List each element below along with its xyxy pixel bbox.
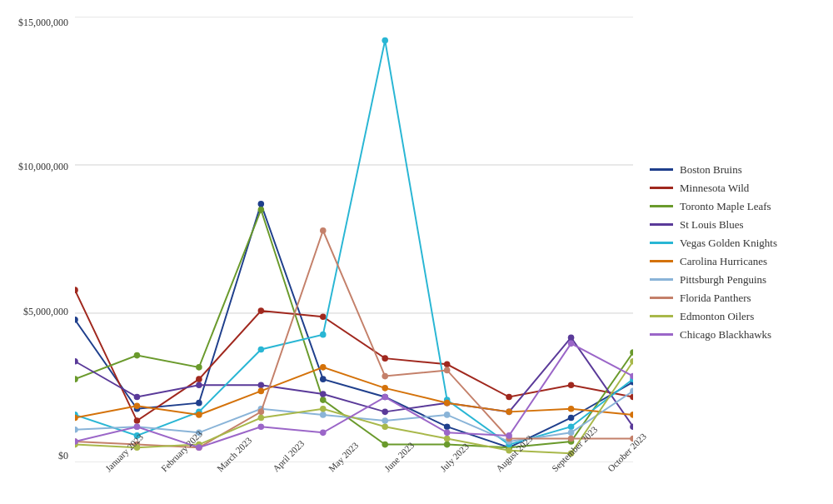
legend-color-swatch <box>650 187 673 189</box>
data-point <box>382 417 388 424</box>
data-point <box>320 227 327 234</box>
x-axis-label: April 2023 <box>271 467 277 473</box>
data-point <box>320 412 327 418</box>
x-label-wrapper: May 2023 <box>298 462 354 477</box>
data-point <box>444 367 451 374</box>
data-point <box>258 409 265 416</box>
data-point <box>134 402 141 409</box>
x-label-wrapper: January 2023 <box>75 462 131 477</box>
data-point <box>196 382 202 388</box>
legend-color-swatch <box>650 223 673 226</box>
data-point <box>196 364 202 371</box>
data-point <box>134 352 141 359</box>
x-label-wrapper: August 2023 <box>466 462 521 477</box>
legend-item: Pittsburgh Penguins <box>650 273 825 287</box>
data-point <box>320 406 327 412</box>
y-label-5m: $5,000,000 <box>23 306 68 318</box>
x-axis-labels: January 2023February 2023March 2023April… <box>75 462 633 487</box>
x-axis-label: June 2023 <box>382 467 389 473</box>
data-point <box>134 394 141 401</box>
legend-item: Florida Panthers <box>650 292 825 305</box>
y-label-0: $0 <box>58 450 68 462</box>
chart-container: $15,000,000 $10,000,000 $5,000,000 $0 Ja… <box>0 0 833 504</box>
data-point <box>568 334 575 341</box>
data-point <box>382 373 388 380</box>
legend-item: Edmonton Oilers <box>650 310 825 323</box>
x-axis-label: January 2023 <box>103 467 110 473</box>
data-point <box>75 376 78 382</box>
y-label-15m: $15,000,000 <box>18 17 68 29</box>
svg-wrapper <box>75 17 633 462</box>
legend-item: Boston Bruins <box>650 163 825 177</box>
chart-area: $15,000,000 $10,000,000 $5,000,000 $0 Ja… <box>8 17 825 487</box>
chart-left: $15,000,000 $10,000,000 $5,000,000 $0 Ja… <box>8 17 633 487</box>
team-line-toronto-maple-leafs <box>75 210 633 447</box>
data-point <box>320 391 327 397</box>
legend-item: Carolina Hurricanes <box>650 255 825 268</box>
data-point <box>258 201 265 207</box>
legend-label: Edmonton Oilers <box>680 310 754 323</box>
legend-label: Toronto Maple Leafs <box>680 200 771 213</box>
legend-label: Florida Panthers <box>680 292 751 305</box>
x-axis-label: August 2023 <box>494 467 501 473</box>
x-axis-label: September 2023 <box>550 467 556 473</box>
legend-label: Carolina Hurricanes <box>680 255 767 268</box>
y-axis-labels: $15,000,000 $10,000,000 $5,000,000 $0 <box>8 17 75 462</box>
x-label-wrapper: April 2023 <box>242 462 298 477</box>
data-point <box>75 287 78 293</box>
team-line-minnesota-wild <box>75 290 633 421</box>
data-point <box>196 412 202 418</box>
x-label-wrapper: September 2023 <box>521 462 577 477</box>
team-line-st-louis-blues <box>75 337 633 427</box>
data-point <box>444 400 451 407</box>
data-point <box>320 430 327 437</box>
data-point <box>320 332 327 338</box>
legend-label: Minnesota Wild <box>680 182 749 195</box>
data-point <box>568 415 575 422</box>
data-point <box>444 442 451 448</box>
data-point <box>568 406 575 412</box>
data-point <box>382 423 388 430</box>
data-point <box>75 427 78 433</box>
legend-label: Vegas Golden Knights <box>680 237 777 250</box>
chart-svg <box>75 17 633 462</box>
data-point <box>320 313 327 320</box>
data-point <box>258 207 265 213</box>
data-point <box>568 382 575 388</box>
data-point <box>258 415 265 422</box>
x-axis-label: February 2023 <box>159 467 166 473</box>
data-point <box>568 436 575 442</box>
data-point <box>630 423 633 430</box>
data-point <box>506 409 512 416</box>
data-point <box>382 37 388 44</box>
data-point <box>382 385 388 392</box>
x-axis-label: May 2023 <box>327 467 333 473</box>
y-label-10m: $10,000,000 <box>18 161 68 173</box>
data-point <box>258 307 265 314</box>
chart-legend: Boston BruinsMinnesota WildToronto Maple… <box>633 17 825 487</box>
data-point <box>382 355 388 362</box>
data-point <box>258 347 265 353</box>
data-point <box>196 444 202 451</box>
legend-item: Toronto Maple Leafs <box>650 200 825 213</box>
data-point <box>320 397 327 403</box>
data-point <box>444 423 451 430</box>
legend-color-swatch <box>650 333 673 336</box>
legend-item: Chicago Blackhawks <box>650 328 825 342</box>
x-label-wrapper: June 2023 <box>354 462 410 477</box>
legend-item: Minnesota Wild <box>650 182 825 195</box>
data-point <box>258 388 265 395</box>
legend-label: St Louis Blues <box>680 218 744 232</box>
legend-color-swatch <box>650 315 673 317</box>
data-point <box>630 412 633 418</box>
data-point <box>258 423 265 430</box>
data-point <box>568 341 575 347</box>
data-point <box>134 417 141 424</box>
data-point <box>568 430 575 437</box>
data-point <box>258 382 265 388</box>
data-point <box>568 423 575 430</box>
data-point <box>382 409 388 416</box>
x-label-wrapper: July 2023 <box>410 462 466 477</box>
legend-label: Pittsburgh Penguins <box>680 273 766 287</box>
legend-label: Chicago Blackhawks <box>680 328 771 342</box>
